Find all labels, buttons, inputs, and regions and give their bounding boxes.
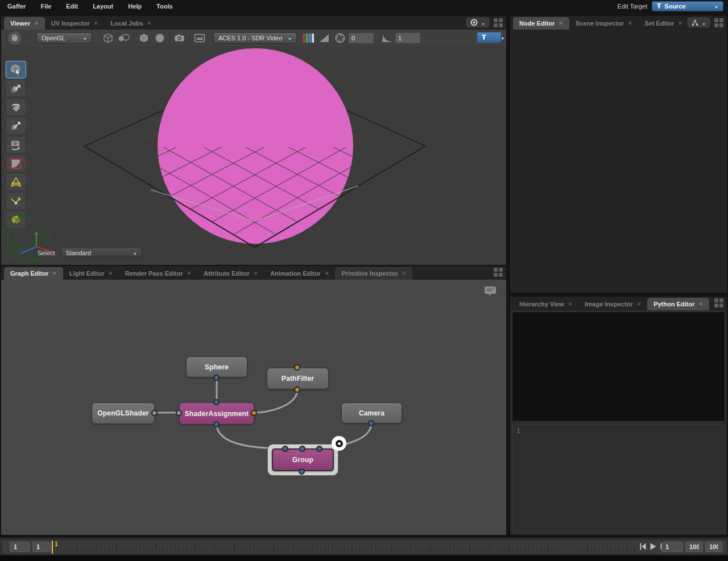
close-tab-icon[interactable] — [325, 271, 329, 276]
close-tab-icon[interactable] — [34, 20, 39, 26]
viewer-panel: Viewer UV Inspector Local Jobs — [1, 16, 506, 265]
translate-tool[interactable] — [6, 80, 26, 97]
node-openglshader[interactable]: OpenGLShader — [92, 402, 155, 424]
display-transform-dropdown[interactable]: ACES 1.0 - SDR Video — [213, 32, 297, 44]
current-frame-field[interactable] — [661, 542, 683, 552]
port-group-out[interactable] — [299, 468, 305, 475]
tab-render-pass-editor[interactable]: Render Pass Editor — [119, 267, 197, 280]
exposure-button[interactable] — [316, 31, 332, 45]
crop-window-tool[interactable] — [6, 155, 26, 172]
viewer-viewport[interactable]: Select Standard — [1, 46, 506, 265]
close-tab-icon[interactable] — [52, 271, 57, 276]
close-tab-icon[interactable] — [94, 20, 98, 26]
range-soft-start-field[interactable] — [32, 542, 51, 552]
play-button[interactable] — [650, 543, 656, 550]
port-camera-out[interactable] — [368, 420, 374, 426]
port-shaderassignment-out[interactable] — [213, 421, 220, 427]
menu-gaffer[interactable]: Gaffer — [0, 0, 33, 13]
renderer-dropdown[interactable]: OpenGL — [36, 32, 92, 44]
tab-python-editor[interactable]: Python Editor — [647, 298, 709, 310]
port-openglshader-out[interactable] — [151, 410, 158, 416]
port-shaderassignment-shader-in[interactable] — [176, 410, 182, 416]
tab-uv-inspector[interactable]: UV Inspector — [45, 17, 104, 30]
tab-hierarchy-view[interactable]: Hierarchy View — [513, 298, 578, 310]
timeline-grip[interactable] — [4, 543, 8, 551]
port-shaderassignment-filter-in[interactable] — [251, 410, 257, 416]
tab-light-editor[interactable]: Light Editor — [63, 267, 119, 280]
wireframe-cube-button[interactable] — [100, 31, 116, 45]
port-shaderassignment-in[interactable] — [213, 399, 220, 405]
shaded-sphere-button[interactable] — [152, 31, 168, 45]
close-tab-icon[interactable] — [109, 271, 113, 276]
tab-graph-editor[interactable]: Graph Editor — [4, 267, 63, 280]
select-tool[interactable] — [6, 61, 26, 78]
crop-display-button[interactable] — [192, 31, 208, 45]
solid-cube-button[interactable] — [136, 31, 152, 45]
tab-local-jobs[interactable]: Local Jobs — [104, 17, 158, 30]
tab-node-editor[interactable]: Node Editor — [513, 17, 569, 30]
close-tab-icon[interactable] — [637, 301, 642, 307]
close-tab-icon[interactable] — [187, 271, 192, 276]
light-position-tool[interactable] — [6, 192, 26, 210]
port-group-in1[interactable] — [299, 446, 305, 452]
sphere-object[interactable] — [158, 48, 353, 244]
node-group[interactable]: Group — [272, 448, 334, 471]
tab-primitive-inspector[interactable]: Primitive Inspector — [335, 267, 412, 280]
gamma-button[interactable] — [379, 31, 395, 45]
aperture-button[interactable] — [332, 31, 348, 45]
close-tab-icon[interactable] — [678, 20, 682, 26]
tab-image-inspector[interactable]: Image Inspector — [578, 298, 647, 310]
close-tab-icon[interactable] — [698, 301, 703, 307]
layout-menu-icon[interactable] — [494, 18, 503, 27]
camera-tool[interactable] — [6, 136, 26, 153]
edit-target-dropdown[interactable]: Ŧ Source — [652, 1, 723, 11]
exposure-field[interactable] — [348, 32, 374, 44]
viewer-edit-scope-dropdown[interactable]: Ŧ — [477, 32, 502, 43]
camera-settings-button[interactable] — [172, 31, 188, 45]
rotate-tool[interactable] — [6, 98, 26, 116]
range-soft-end-field[interactable] — [685, 542, 703, 552]
menu-tools[interactable]: Tools — [149, 0, 180, 13]
node-editor-settings-button[interactable] — [688, 18, 710, 27]
chevron-down-icon — [702, 18, 706, 28]
close-tab-icon[interactable] — [568, 301, 573, 307]
select-mode-dropdown[interactable]: Standard — [61, 248, 142, 257]
skip-to-start-button[interactable] — [640, 543, 646, 550]
close-tab-icon[interactable] — [147, 20, 152, 26]
tab-animation-editor[interactable]: Animation Editor — [264, 267, 335, 280]
port-group-in2[interactable] — [316, 446, 322, 452]
close-tab-icon[interactable] — [402, 271, 407, 276]
light-tool[interactable] — [6, 173, 26, 191]
port-group-in0[interactable] — [282, 446, 288, 452]
range-start-field[interactable] — [10, 542, 30, 552]
close-tab-icon[interactable] — [254, 271, 258, 276]
select-objects-button[interactable] — [116, 31, 132, 45]
scale-tool[interactable] — [6, 117, 26, 135]
layout-menu-icon[interactable] — [714, 298, 723, 307]
tab-set-editor[interactable]: Set Editor — [638, 17, 689, 30]
python-output-area[interactable] — [512, 311, 725, 422]
channel-select-button[interactable] — [300, 31, 316, 45]
port-sphere-out[interactable] — [213, 375, 220, 381]
close-tab-icon[interactable] — [628, 20, 632, 26]
playhead[interactable] — [52, 541, 53, 554]
menu-edit[interactable]: Edit — [59, 0, 85, 13]
port-pathfilter-in[interactable] — [294, 364, 300, 371]
tab-attribute-editor[interactable]: Attribute Editor — [197, 267, 264, 280]
port-pathfilter-out[interactable] — [294, 387, 300, 393]
layout-menu-icon[interactable] — [714, 18, 723, 27]
focus-indicator[interactable] — [332, 436, 346, 451]
range-end-field[interactable] — [705, 542, 722, 552]
menu-file[interactable]: File — [33, 0, 59, 13]
gamma-field[interactable] — [395, 32, 421, 44]
tab-scene-inspector[interactable]: Scene Inspector — [569, 17, 639, 30]
python-input-area[interactable]: 1 — [512, 424, 725, 533]
layout-menu-icon[interactable] — [494, 268, 503, 277]
menu-layout[interactable]: Layout — [85, 0, 121, 13]
viewer-settings-button[interactable] — [466, 18, 489, 27]
tab-viewer[interactable]: Viewer — [4, 17, 45, 30]
menu-help[interactable]: Help — [121, 0, 149, 13]
camera-mode-button[interactable] — [7, 30, 23, 46]
close-tab-icon[interactable] — [559, 20, 563, 26]
node-graph[interactable]: Sphere PathFilter OpenGLShader ShaderAss… — [1, 280, 506, 535]
